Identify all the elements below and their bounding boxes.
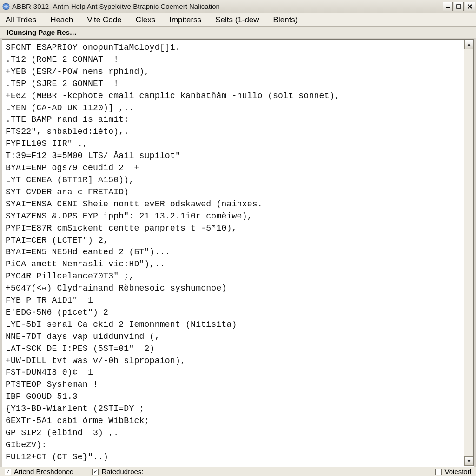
checkbox-group-2: Voiestorl [435, 468, 471, 476]
menu-item-2[interactable]: Vite Code [85, 14, 123, 26]
checkbox-label-1: Ratedudroes: [101, 468, 143, 476]
checkbox-2[interactable] [435, 469, 442, 475]
svg-marker-6 [467, 460, 471, 463]
scroll-up-button[interactable] [464, 40, 473, 49]
menu-item-5[interactable]: Selts (1-dew [213, 14, 261, 26]
content-inner: SFONT ESAPRIOY onopunTiaMcloyd[]1. .T12 … [2, 40, 474, 466]
content-frame: SFONT ESAPRIOY onopunTiaMcloyd[]1. .T12 … [2, 39, 474, 467]
tab-active-label[interactable]: ICunsing Page Res… [4, 28, 79, 37]
checkbox-label-2: Voiestorl [444, 468, 471, 476]
checkbox-1[interactable]: ✓ [92, 469, 99, 475]
scroll-track[interactable] [464, 49, 473, 456]
menu-item-4[interactable]: Impiterss [167, 14, 203, 26]
scroll-down-button[interactable] [464, 456, 473, 466]
svg-rect-2 [457, 5, 461, 8]
title-bar: ABBR-3012- Antm Help Ant Sypelcitve Btra… [0, 0, 476, 13]
window-title: ABBR-3012- Antm Help Ant Sypelcitve Btra… [12, 2, 443, 10]
menu-bar: All TrdesHeachVite CodeClexsImpiterssSel… [0, 13, 476, 27]
close-button[interactable] [465, 2, 475, 11]
checkbox-0[interactable]: ✓ [5, 469, 11, 475]
menu-item-0[interactable]: All Trdes [4, 14, 38, 26]
maximize-button[interactable] [454, 2, 464, 11]
log-text-area[interactable]: SFONT ESAPRIOY onopunTiaMcloyd[]1. .T12 … [3, 40, 464, 466]
checkbox-label-0: Ariend Breshdoned [14, 468, 73, 476]
svg-marker-5 [467, 43, 471, 46]
checkbox-group-0: ✓Ariend Breshdoned [5, 468, 73, 476]
checkbox-group-1: ✓Ratedudroes: [92, 468, 143, 476]
app-icon [2, 2, 10, 11]
menu-item-1[interactable]: Heach [48, 14, 75, 26]
menu-item-3[interactable]: Clexs [134, 14, 158, 26]
status-bar: ✓Ariend Breshdoned✓Ratedudroes:Voiestorl [0, 467, 476, 476]
minimize-button[interactable] [443, 2, 453, 11]
menu-item-6[interactable]: Blents) [271, 14, 300, 26]
tab-strip: ICunsing Page Res… [0, 27, 476, 38]
window-controls [443, 2, 475, 11]
vertical-scrollbar[interactable] [464, 40, 473, 466]
